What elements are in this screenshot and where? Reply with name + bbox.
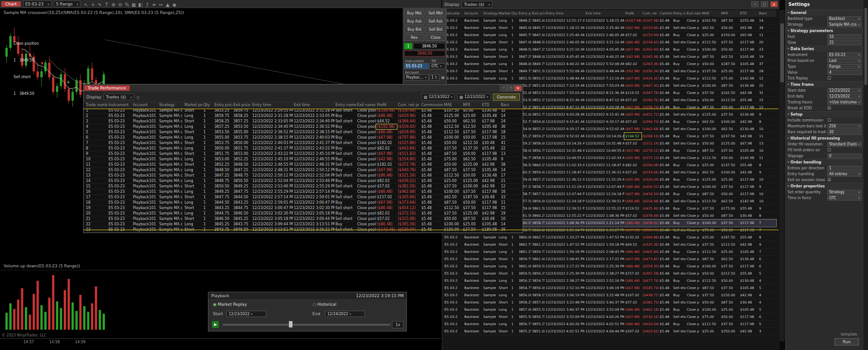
checkbox[interactable]: ☑	[827, 105, 862, 111]
play-button[interactable]	[212, 321, 219, 328]
column-header[interactable]: Qty	[510, 10, 518, 17]
table-row[interactable]: 17ES 03-23Playback101Sample MA cShort138…	[85, 195, 521, 200]
collapse-icon[interactable]: ▾	[788, 135, 789, 141]
column-header[interactable]: Qty	[203, 103, 213, 107]
table-row[interactable]: ES 03-2BacktestSampleLong13851.503850.25…	[443, 75, 776, 82]
table-row[interactable]: 21ES 03-23Playback101Sample MA cShort138…	[85, 216, 521, 222]
column-header[interactable]: MAE	[701, 10, 720, 17]
settings-section-header[interactable]: ▾Historical fill processing	[786, 135, 863, 141]
column-header[interactable]: MFE	[462, 103, 481, 107]
setting-value[interactable]: Strategy	[827, 190, 862, 195]
table-row[interactable]: 14ES 03-23Playback101Sample MA cLong1384…	[85, 178, 521, 184]
table-row[interactable]: ES 03-2BacktestSampleShort13855.503856.7…	[443, 313, 776, 321]
column-header[interactable]: Trade numb	[85, 103, 108, 107]
table-row[interactable]: ES 03-2BacktestSampleShort13858.253857.0…	[443, 299, 776, 306]
setting-value[interactable]: 1	[827, 166, 862, 171]
setting-value[interactable]: 25	[827, 40, 862, 45]
playback-end-date[interactable]: 12/24/2022	[325, 311, 365, 317]
setting-value[interactable]: Backtest	[827, 16, 862, 21]
column-header[interactable]: ETD	[481, 103, 500, 107]
table-row[interactable]: ES 03-2BacktestSampleShort13845.003845.7…	[443, 24, 776, 32]
end-date-picker[interactable]: 12/23/2022	[457, 93, 491, 101]
scrollbar-thumb[interactable]	[780, 23, 784, 82]
collapse-icon[interactable]: ▾	[788, 183, 789, 189]
table-row[interactable]: ES 03-2BacktestSampleShort13855.253851.0…	[443, 328, 776, 335]
setting-value[interactable]: 12/23/2022	[827, 94, 862, 99]
column-header[interactable]: Entry pric	[518, 10, 531, 17]
settings-section-header[interactable]: ▾Strategy parameters	[786, 28, 863, 34]
table-row[interactable]: ES 03-2BacktestSampleShort13849.753851.5…	[443, 68, 776, 75]
table-row[interactable]: 5ES 03-23Playback101Sample MA cShort1385…	[85, 130, 521, 135]
analyzer-scrollbar[interactable]	[779, 10, 785, 341]
playback-start-date[interactable]: 12/23/2022	[226, 311, 266, 317]
table-row[interactable]: ES 03-2BacktestSampleLong13861.003859.50…	[443, 263, 776, 270]
table-row[interactable]: ES 03-2BacktestSampleLong13856.753855.25…	[443, 321, 776, 328]
table-row[interactable]: 3ES 03-23Playback101Sample MA cShort1385…	[85, 119, 521, 124]
collapse-icon[interactable]: ▾	[788, 28, 789, 34]
chart-tab[interactable]: Chart	[1, 1, 21, 7]
market-replay-radio[interactable]: Market Replay	[213, 302, 247, 307]
text-tool-icon[interactable]: T	[103, 2, 110, 7]
settings-section-header[interactable]: ▾Order properties	[786, 183, 863, 189]
column-header[interactable]: Cum. net pr	[397, 103, 420, 107]
pointer-icon[interactable]: ↖	[83, 2, 90, 7]
settings-section-header[interactable]: ▾Order handling	[786, 159, 863, 165]
pencil-icon[interactable]: ✎	[96, 2, 103, 7]
column-header[interactable]: Exit time	[585, 10, 624, 17]
buy-ask-button[interactable]: Buy Ask	[404, 18, 425, 25]
column-header[interactable]: Bars	[758, 10, 769, 17]
column-header[interactable]: MAE	[443, 103, 462, 107]
column-header[interactable]: Entry price	[213, 103, 232, 107]
settings-section-header[interactable]: ▾Data Series	[786, 46, 863, 52]
table-row[interactable]: ES 03-2BacktestSampleLong13845.753847.00…	[443, 32, 776, 39]
arrows-icon[interactable]: ↔	[157, 2, 164, 7]
table-row[interactable]: ES 03-2BacktestSampleLong13861.253859.75…	[443, 248, 776, 256]
table-row[interactable]: ES 03-2BacktestSampleShort13854.753856.0…	[443, 285, 776, 292]
column-header[interactable]: Account	[463, 10, 482, 17]
table-row[interactable]: ES 03-2BacktestSampleLong13848.503847.25…	[443, 46, 776, 53]
column-header[interactable]: Strategy	[482, 10, 498, 17]
setting-value[interactable]: ES 03-23	[827, 52, 862, 57]
column-header[interactable]: Commis	[659, 10, 672, 17]
setting-value[interactable]: 10	[827, 34, 862, 39]
start-date-picker[interactable]: 12/23/2022	[421, 93, 455, 101]
collapse-icon[interactable]: ▾	[788, 82, 789, 88]
close-button[interactable]: Close	[425, 34, 446, 41]
column-header[interactable]: Exit time	[293, 103, 335, 107]
playback-slider-track[interactable]	[223, 324, 390, 326]
sell-ask-button[interactable]: Sell Ask	[425, 18, 446, 25]
setting-value[interactable]: 4	[827, 70, 862, 75]
table-row[interactable]: 6ES 03-23Playback101Sample MA cLong13855…	[85, 135, 521, 140]
table-row[interactable]: 2ES 03-23Playback101Sample MA cLong13859…	[85, 113, 521, 119]
table-row[interactable]: ES 03-2BacktestSampleShort13859.753861.0…	[443, 256, 776, 263]
setting-value[interactable]: GTC	[827, 196, 862, 201]
historical-radio[interactable]: Historical	[312, 302, 336, 307]
collapse-icon[interactable]: ▾	[788, 112, 789, 117]
checkbox[interactable]: ☑	[827, 177, 862, 183]
column-header[interactable]: Entry name	[335, 103, 356, 107]
table-row[interactable]: ES 03-2BacktestSampleLong13856.003858.25…	[443, 292, 776, 299]
checkbox[interactable]: ☐	[827, 147, 862, 153]
period-select[interactable]: 5 Range	[54, 0, 81, 7]
column-header[interactable]: Cum. ne	[642, 10, 659, 17]
table-row[interactable]: 20ES 03-23Playback101Sample MA cLong1384…	[85, 211, 521, 216]
collapse-icon[interactable]: ▾	[788, 159, 789, 165]
reverse-button[interactable]: Rev	[404, 34, 425, 41]
trade-performance-titlebar[interactable]: Trade Performance	[84, 84, 523, 92]
minimize-button[interactable]	[500, 85, 507, 91]
crosshair-icon[interactable]: +	[90, 2, 96, 7]
display-select[interactable]: Trades ($)	[462, 1, 492, 8]
table-row[interactable]: ES 03-2BacktestSampleLong13848.003849.75…	[443, 61, 776, 68]
column-header[interactable]: Market p	[498, 10, 510, 17]
table-row[interactable]: ES 03-2BacktestSampleLong13857.003855.50…	[443, 306, 776, 313]
generate-button[interactable]: Generate	[493, 93, 520, 101]
close-button[interactable]	[770, 1, 778, 7]
setting-value[interactable]: Sample MA crossover	[827, 22, 862, 27]
column-header[interactable]: ETD	[739, 10, 758, 17]
setting-value[interactable]: Range	[827, 64, 862, 69]
table-row[interactable]: 10ES 03-23Playback101Sample MA cLong1385…	[85, 157, 521, 162]
chart-bars-icon[interactable]: ▦	[130, 2, 137, 7]
maximize-button[interactable]	[761, 1, 768, 7]
maximize-button[interactable]	[507, 85, 514, 91]
column-header[interactable]: Strategy	[158, 103, 184, 107]
